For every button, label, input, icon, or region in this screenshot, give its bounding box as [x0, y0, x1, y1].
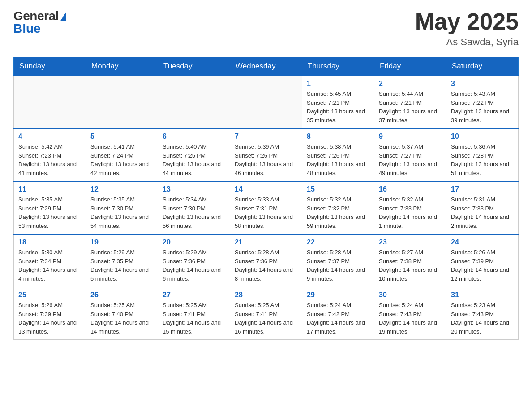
calendar-cell: 23Sunrise: 5:27 AMSunset: 7:38 PMDayligh…	[374, 234, 446, 287]
calendar-cell: 25Sunrise: 5:26 AMSunset: 7:39 PMDayligh…	[14, 287, 86, 340]
day-info: Sunrise: 5:39 AMSunset: 7:26 PMDaylight:…	[235, 142, 297, 177]
day-info: Sunrise: 5:26 AMSunset: 7:39 PMDaylight:…	[18, 301, 81, 336]
day-number: 11	[18, 185, 81, 193]
day-number: 7	[235, 133, 297, 141]
calendar-cell: 1Sunrise: 5:45 AMSunset: 7:21 PMDaylight…	[302, 76, 374, 128]
title-section: May 2025 As Sawda, Syria	[415, 9, 519, 48]
day-info: Sunrise: 5:32 AMSunset: 7:32 PMDaylight:…	[307, 195, 369, 230]
calendar-cell: 29Sunrise: 5:24 AMSunset: 7:42 PMDayligh…	[302, 287, 374, 340]
day-number: 4	[18, 133, 81, 141]
logo-triangle-icon	[60, 12, 66, 21]
calendar-cell: 27Sunrise: 5:25 AMSunset: 7:41 PMDayligh…	[158, 287, 230, 340]
calendar-cell: 16Sunrise: 5:32 AMSunset: 7:33 PMDayligh…	[374, 181, 446, 234]
day-number: 27	[163, 291, 225, 299]
calendar-cell	[158, 76, 230, 128]
day-number: 22	[307, 238, 369, 246]
day-number: 2	[379, 80, 442, 88]
day-info: Sunrise: 5:33 AMSunset: 7:31 PMDaylight:…	[235, 195, 297, 230]
location-subtitle: As Sawda, Syria	[415, 36, 519, 48]
day-number: 15	[307, 185, 369, 193]
day-info: Sunrise: 5:29 AMSunset: 7:35 PMDaylight:…	[90, 248, 153, 283]
month-year-title: May 2025	[415, 9, 519, 34]
calendar-cell: 20Sunrise: 5:29 AMSunset: 7:36 PMDayligh…	[158, 234, 230, 287]
day-number: 18	[18, 238, 81, 246]
day-number: 16	[379, 185, 442, 193]
header-saturday: Saturday	[446, 57, 519, 76]
calendar-cell: 30Sunrise: 5:24 AMSunset: 7:43 PMDayligh…	[374, 287, 446, 340]
day-info: Sunrise: 5:41 AMSunset: 7:24 PMDaylight:…	[90, 142, 153, 177]
calendar-cell	[14, 76, 86, 128]
day-info: Sunrise: 5:35 AMSunset: 7:29 PMDaylight:…	[18, 195, 81, 230]
calendar-cell: 21Sunrise: 5:28 AMSunset: 7:36 PMDayligh…	[230, 234, 302, 287]
calendar-cell: 22Sunrise: 5:28 AMSunset: 7:37 PMDayligh…	[302, 234, 374, 287]
calendar-cell: 18Sunrise: 5:30 AMSunset: 7:34 PMDayligh…	[14, 234, 86, 287]
calendar-cell: 10Sunrise: 5:36 AMSunset: 7:28 PMDayligh…	[446, 128, 519, 181]
day-info: Sunrise: 5:24 AMSunset: 7:42 PMDaylight:…	[307, 301, 369, 336]
calendar-week-row: 11Sunrise: 5:35 AMSunset: 7:29 PMDayligh…	[14, 181, 519, 234]
calendar-cell	[86, 76, 158, 128]
calendar-cell: 31Sunrise: 5:23 AMSunset: 7:43 PMDayligh…	[446, 287, 519, 340]
calendar-cell: 2Sunrise: 5:44 AMSunset: 7:21 PMDaylight…	[374, 76, 446, 128]
day-info: Sunrise: 5:43 AMSunset: 7:22 PMDaylight:…	[451, 90, 514, 124]
calendar-cell: 15Sunrise: 5:32 AMSunset: 7:32 PMDayligh…	[302, 181, 374, 234]
day-number: 29	[307, 291, 369, 299]
day-number: 13	[163, 185, 225, 193]
calendar-cell: 17Sunrise: 5:31 AMSunset: 7:33 PMDayligh…	[446, 181, 519, 234]
day-number: 31	[451, 291, 514, 299]
day-number: 23	[379, 238, 442, 246]
logo: General Blue	[13, 9, 66, 36]
day-info: Sunrise: 5:34 AMSunset: 7:30 PMDaylight:…	[163, 195, 225, 230]
calendar-cell: 3Sunrise: 5:43 AMSunset: 7:22 PMDaylight…	[446, 76, 519, 128]
calendar-cell: 8Sunrise: 5:38 AMSunset: 7:26 PMDaylight…	[302, 128, 374, 181]
day-number: 14	[235, 185, 297, 193]
calendar-cell: 12Sunrise: 5:35 AMSunset: 7:30 PMDayligh…	[86, 181, 158, 234]
day-number: 10	[451, 133, 514, 141]
day-info: Sunrise: 5:42 AMSunset: 7:23 PMDaylight:…	[18, 142, 81, 177]
day-number: 5	[90, 133, 153, 141]
day-info: Sunrise: 5:25 AMSunset: 7:41 PMDaylight:…	[163, 301, 225, 336]
day-info: Sunrise: 5:26 AMSunset: 7:39 PMDaylight:…	[451, 248, 514, 283]
day-info: Sunrise: 5:25 AMSunset: 7:40 PMDaylight:…	[90, 301, 153, 336]
calendar-cell: 11Sunrise: 5:35 AMSunset: 7:29 PMDayligh…	[14, 181, 86, 234]
day-info: Sunrise: 5:44 AMSunset: 7:21 PMDaylight:…	[379, 90, 442, 124]
calendar-cell: 13Sunrise: 5:34 AMSunset: 7:30 PMDayligh…	[158, 181, 230, 234]
day-info: Sunrise: 5:31 AMSunset: 7:33 PMDaylight:…	[451, 195, 514, 230]
header-sunday: Sunday	[14, 57, 86, 76]
day-info: Sunrise: 5:36 AMSunset: 7:28 PMDaylight:…	[451, 142, 514, 177]
calendar-week-row: 1Sunrise: 5:45 AMSunset: 7:21 PMDaylight…	[14, 76, 519, 128]
day-number: 26	[90, 291, 153, 299]
calendar-cell: 6Sunrise: 5:40 AMSunset: 7:25 PMDaylight…	[158, 128, 230, 181]
day-number: 12	[90, 185, 153, 193]
calendar-week-row: 4Sunrise: 5:42 AMSunset: 7:23 PMDaylight…	[14, 128, 519, 181]
logo-blue-text: Blue	[13, 21, 41, 36]
day-info: Sunrise: 5:45 AMSunset: 7:21 PMDaylight:…	[307, 90, 369, 124]
day-number: 21	[235, 238, 297, 246]
header-tuesday: Tuesday	[158, 57, 230, 76]
calendar-cell: 24Sunrise: 5:26 AMSunset: 7:39 PMDayligh…	[446, 234, 519, 287]
header-thursday: Thursday	[302, 57, 374, 76]
header-wednesday: Wednesday	[230, 57, 302, 76]
day-number: 17	[451, 185, 514, 193]
day-info: Sunrise: 5:23 AMSunset: 7:43 PMDaylight:…	[451, 301, 514, 336]
day-number: 6	[163, 133, 225, 141]
calendar-cell: 28Sunrise: 5:25 AMSunset: 7:41 PMDayligh…	[230, 287, 302, 340]
day-info: Sunrise: 5:35 AMSunset: 7:30 PMDaylight:…	[90, 195, 153, 230]
calendar-week-row: 25Sunrise: 5:26 AMSunset: 7:39 PMDayligh…	[14, 287, 519, 340]
calendar-cell: 5Sunrise: 5:41 AMSunset: 7:24 PMDaylight…	[86, 128, 158, 181]
day-number: 3	[451, 80, 514, 88]
day-info: Sunrise: 5:37 AMSunset: 7:27 PMDaylight:…	[379, 142, 442, 177]
day-info: Sunrise: 5:24 AMSunset: 7:43 PMDaylight:…	[379, 301, 442, 336]
day-number: 25	[18, 291, 81, 299]
calendar-week-row: 18Sunrise: 5:30 AMSunset: 7:34 PMDayligh…	[14, 234, 519, 287]
day-number: 1	[307, 80, 369, 88]
day-info: Sunrise: 5:27 AMSunset: 7:38 PMDaylight:…	[379, 248, 442, 283]
calendar-header-row: Sunday Monday Tuesday Wednesday Thursday…	[14, 57, 519, 76]
calendar-cell: 7Sunrise: 5:39 AMSunset: 7:26 PMDaylight…	[230, 128, 302, 181]
header-friday: Friday	[374, 57, 446, 76]
page-header: General Blue May 2025 As Sawda, Syria	[13, 9, 519, 48]
day-number: 28	[235, 291, 297, 299]
header-monday: Monday	[86, 57, 158, 76]
calendar-cell	[230, 76, 302, 128]
calendar-cell: 14Sunrise: 5:33 AMSunset: 7:31 PMDayligh…	[230, 181, 302, 234]
calendar-cell: 4Sunrise: 5:42 AMSunset: 7:23 PMDaylight…	[14, 128, 86, 181]
